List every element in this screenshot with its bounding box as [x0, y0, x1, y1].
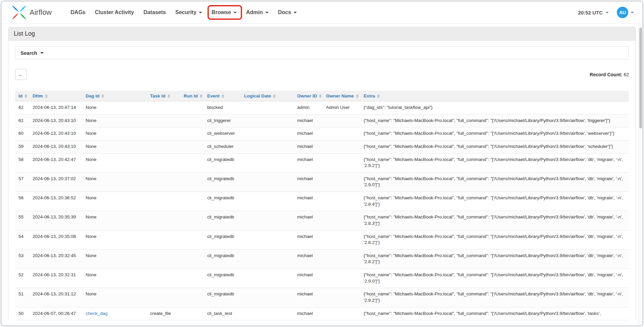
- nav-item[interactable]: Docs: [273, 6, 302, 19]
- scrollbar[interactable]: [638, 22, 643, 326]
- cell-dag-id: None: [82, 153, 147, 172]
- sort-icon[interactable]: [25, 94, 27, 98]
- nav-item[interactable]: Browse: [207, 6, 241, 19]
- cell-logical-date: [241, 101, 294, 115]
- nav-item[interactable]: Admin: [241, 6, 273, 19]
- cell-dag-id: None: [82, 230, 147, 249]
- sort-icon[interactable]: [168, 94, 170, 98]
- cell-extra: {"host_name": "Michaels-MacBook-Pro.loca…: [360, 172, 629, 192]
- nav-item-label: Datasets: [143, 9, 166, 15]
- cell-dag-id: None: [82, 114, 147, 127]
- cell-logical-date: [241, 127, 294, 140]
- sort-icon[interactable]: [377, 94, 380, 98]
- cell-extra: {"host_name": "Michaels-MacBook-Pro.loca…: [360, 140, 629, 153]
- column-header[interactable]: Extra: [360, 91, 629, 101]
- cell-run-id: [180, 153, 204, 172]
- sort-icon[interactable]: [222, 94, 224, 98]
- cell-id: 51: [15, 288, 29, 307]
- column-header[interactable]: Owner Name: [323, 91, 360, 101]
- column-header[interactable]: Dttm: [29, 91, 82, 101]
- sort-icon[interactable]: [273, 94, 276, 98]
- cell-dttm: 2024-06-13, 20:43:10: [29, 127, 82, 140]
- cell-task-id: [147, 249, 180, 269]
- cell-logical-date: [241, 211, 294, 230]
- chevron-down-icon: [265, 12, 269, 13]
- cell-dag-id: None: [82, 269, 147, 288]
- cell-id: 50: [15, 307, 29, 320]
- column-header[interactable]: Task Id: [147, 91, 180, 101]
- cell-event: cli_migratedb: [204, 249, 241, 269]
- cell-logical-date: [241, 230, 294, 249]
- cell-dttm: 2024-06-13, 20:36:52: [29, 192, 82, 211]
- scrollbar-thumb[interactable]: [639, 28, 642, 128]
- cell-owner-id: michael: [294, 307, 323, 320]
- column-header[interactable]: Run Id: [180, 91, 204, 101]
- cell-dttm: 2024-06-13, 20:43:10: [29, 114, 82, 127]
- cell-id: 58: [15, 153, 29, 172]
- cell-task-id: [147, 127, 180, 140]
- cell-owner-name: [323, 192, 360, 211]
- clock-dropdown[interactable]: 20:52 UTC: [578, 10, 609, 15]
- cell-task-id: [147, 153, 180, 172]
- cell-logical-date: [241, 249, 294, 269]
- column-header-label: Task Id: [150, 93, 166, 98]
- chevron-down-icon: [40, 52, 44, 54]
- column-header-label: Logical Date: [244, 93, 271, 98]
- chevron-down-icon: [199, 12, 202, 13]
- cell-task-id: [147, 172, 180, 192]
- user-menu[interactable]: AU: [617, 7, 634, 18]
- sort-icon[interactable]: [101, 94, 104, 98]
- dag-id-text: None: [86, 157, 96, 162]
- cell-dttm: 2024-06-13, 20:42:47: [29, 153, 82, 172]
- cell-dag-id: None: [82, 101, 147, 115]
- nav-item-label: Browse: [212, 9, 231, 15]
- cell-extra: {"host_name": "Michaels-MacBook-Pro.loca…: [360, 288, 629, 307]
- column-header[interactable]: Owner ID: [294, 91, 323, 101]
- sort-icon[interactable]: [200, 94, 202, 98]
- cell-task-id: create_file: [147, 307, 180, 320]
- cell-id: 56: [15, 192, 29, 211]
- cell-task-id: [147, 114, 180, 127]
- cell-run-id: [180, 307, 204, 320]
- column-header[interactable]: Logical Date: [241, 91, 294, 101]
- cell-run-id: [180, 127, 204, 140]
- nav-item[interactable]: Security: [171, 6, 207, 19]
- nav-item[interactable]: Datasets: [139, 6, 171, 19]
- avatar: AU: [617, 7, 628, 18]
- nav-item[interactable]: DAGs: [66, 6, 90, 19]
- cell-owner-name: [323, 127, 360, 140]
- table-row: 61 2024-06-13, 20:43:10 None cli_trigger…: [15, 114, 629, 127]
- table-body: 62 2024-06-13, 20:47:14 None blocked: [15, 101, 629, 320]
- toolbar: ← Record Count: 62: [15, 69, 629, 80]
- dag-link[interactable]: check_dag: [86, 311, 107, 316]
- column-header[interactable]: Id: [15, 91, 29, 101]
- column-header[interactable]: Event: [204, 91, 241, 101]
- cell-event: cli_migratedb: [204, 288, 241, 307]
- sort-icon[interactable]: [45, 94, 48, 98]
- main-nav: DAGs Cluster Activity Datasets: [66, 6, 302, 19]
- cell-run-id: [180, 172, 204, 192]
- column-header-label: Owner Name: [326, 93, 354, 98]
- nav-item[interactable]: Cluster Activity: [90, 6, 139, 19]
- back-button[interactable]: ←: [15, 69, 27, 80]
- cell-dag-id: None: [82, 127, 147, 140]
- cell-run-id: [180, 211, 204, 230]
- column-header-label: Extra: [364, 93, 375, 98]
- sort-icon[interactable]: [319, 94, 322, 98]
- dag-id-text: None: [86, 105, 96, 110]
- cell-owner-id: michael: [294, 153, 323, 172]
- cell-dttm: 2024-06-13, 20:43:10: [29, 140, 82, 153]
- table-header: Id Dttm Dag Id: [15, 91, 629, 101]
- column-header-label: Event: [207, 93, 220, 98]
- cell-dag-id: None: [82, 192, 147, 211]
- sort-icon[interactable]: [356, 94, 359, 98]
- cell-event: cli_webserver: [204, 127, 241, 140]
- column-header[interactable]: Dag Id: [82, 91, 147, 101]
- clock-label: 20:52 UTC: [578, 10, 603, 15]
- search-toggle[interactable]: Search: [15, 46, 629, 59]
- cell-owner-id: michael: [294, 249, 323, 269]
- cell-owner-id: michael: [294, 140, 323, 153]
- airflow-brand[interactable]: Airflow: [11, 5, 52, 20]
- nav-item-label: Docs: [278, 9, 291, 15]
- cell-run-id: [180, 288, 204, 307]
